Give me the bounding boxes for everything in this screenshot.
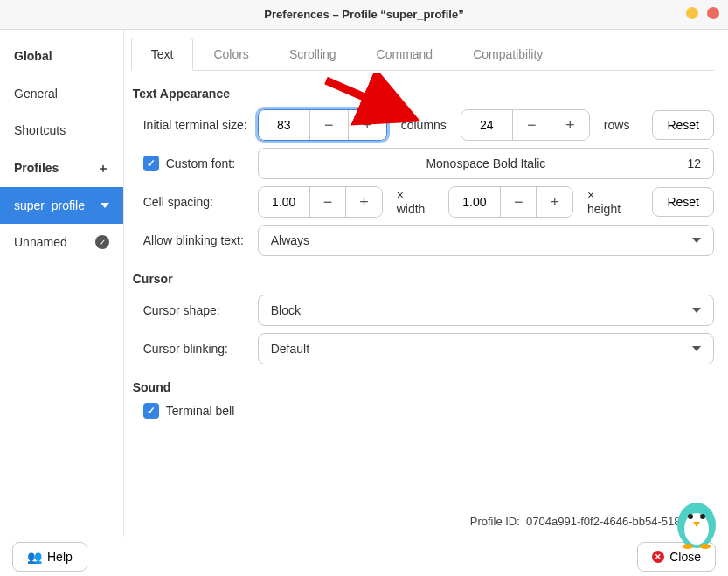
window-title: Preferences – Profile “super_profile” [264,8,463,21]
cell-width-decr-button[interactable]: − [309,187,346,217]
sidebar-item-general[interactable]: General [0,75,123,112]
sidebar-item-label: Shortcuts [14,123,66,137]
cell-width-unit: × width [397,188,434,216]
font-chooser-button[interactable]: Monospace Bold Italic 12 [258,148,714,179]
help-button[interactable]: 👥 Help [12,542,87,572]
cell-height-stepper: − + [448,186,573,218]
rows-input[interactable] [461,110,512,140]
sidebar-item-unnamed[interactable]: Unnamed ✓ [0,224,123,260]
tab-scrolling[interactable]: Scrolling [269,38,357,71]
cell-height-decr-button[interactable]: − [500,187,537,217]
main-panel: Text Colors Scrolling Command Compatibil… [124,30,728,537]
window-controls [686,7,719,19]
footer: 👥 Help ✕ Close [0,537,728,576]
cursor-blink-select[interactable]: Default [258,333,714,364]
initial-size-label: Initial terminal size: [131,118,249,132]
chevron-down-icon [692,308,701,313]
cell-width-incr-button[interactable]: + [345,187,382,217]
allow-blink-select[interactable]: Always [258,225,714,256]
section-text-appearance: Text Appearance [133,87,714,101]
cursor-shape-value: Block [271,303,301,317]
close-window-button[interactable] [707,7,719,19]
cell-width-stepper: − + [258,186,383,218]
terminal-bell-checkbox[interactable]: ✓ [143,403,159,419]
font-name: Monospace Bold Italic [426,156,545,170]
sidebar-heading-global: Global [0,37,123,75]
columns-unit: columns [401,118,447,132]
tabs: Text Colors Scrolling Command Compatibil… [131,37,714,71]
minimize-button[interactable] [686,7,698,19]
columns-incr-button[interactable]: + [348,110,386,140]
cell-height-incr-button[interactable]: + [536,187,572,217]
default-profile-icon: ✓ [95,235,109,249]
help-icon: 👥 [27,550,42,564]
sidebar-item-shortcuts[interactable]: Shortcuts [0,112,123,149]
rows-stepper: − + [461,109,590,141]
sidebar-item-super-profile[interactable]: super_profile [0,187,123,224]
sidebar-heading-profiles: Profiles ＋ [0,149,123,187]
cell-height-unit: × height [587,188,630,216]
cell-height-input[interactable] [449,187,500,217]
rows-unit: rows [604,118,630,132]
columns-decr-button[interactable]: − [309,110,348,140]
columns-stepper: − + [258,109,387,141]
chevron-down-icon [692,238,701,243]
section-cursor: Cursor [133,272,714,286]
sidebar-item-label: General [14,87,58,101]
cell-width-input[interactable] [259,187,309,217]
tab-colors[interactable]: Colors [193,38,268,71]
titlebar: Preferences – Profile “super_profile” [0,0,728,30]
tab-text[interactable]: Text [131,38,194,71]
add-profile-icon[interactable]: ＋ [97,162,109,174]
custom-font-label: Custom font: [166,156,235,170]
cursor-blink-label: Cursor blinking: [131,342,249,356]
cursor-blink-value: Default [271,342,309,356]
columns-input[interactable] [259,110,309,140]
custom-font-checkbox[interactable]: ✓ [143,156,159,171]
tab-command[interactable]: Command [357,38,454,71]
allow-blink-value: Always [271,233,309,247]
sidebar-item-label: Unnamed [14,235,67,249]
sidebar-item-label: super_profile [14,198,85,212]
tab-compatibility[interactable]: Compatibility [453,38,563,71]
reset-size-button[interactable]: Reset [652,110,714,140]
sidebar: Global General Shortcuts Profiles ＋ supe… [0,30,124,537]
font-size: 12 [687,156,701,170]
section-sound: Sound [133,380,714,394]
rows-incr-button[interactable]: + [551,110,589,140]
chevron-down-icon [692,346,701,351]
allow-blink-label: Allow blinking text: [131,233,249,247]
close-icon: ✕ [652,551,664,563]
close-button[interactable]: ✕ Close [637,542,716,572]
rows-decr-button[interactable]: − [512,110,551,140]
cursor-shape-select[interactable]: Block [258,295,714,326]
profile-menu-icon[interactable] [101,203,109,208]
cursor-shape-label: Cursor shape: [131,303,249,317]
cell-spacing-label: Cell spacing: [131,195,249,209]
profile-id: Profile ID: 0704a991-f0f2-4646-bb54-518f… [470,515,709,528]
terminal-bell-label: Terminal bell [166,404,235,418]
reset-cell-button[interactable]: Reset [652,187,714,217]
